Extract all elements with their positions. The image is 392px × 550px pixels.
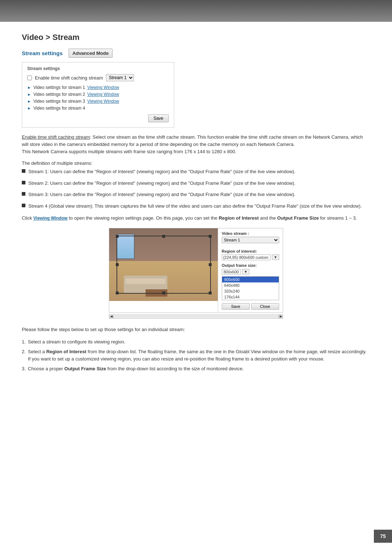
stream-bullet-2-text: Stream 2: Users can define the "Region o… <box>28 180 295 187</box>
output-option-176x144[interactable]: 176x144 <box>222 294 279 300</box>
top-bar <box>0 0 392 22</box>
steps-list: 1. Select a stream to configure its view… <box>22 338 370 372</box>
viewing-window-link-2[interactable]: Viewing Window <box>87 92 119 97</box>
stream-bullet-3-text: Stream 3: Users can define the "Region o… <box>28 191 295 198</box>
stream-bullet-2: Stream 2: Users can define the "Region o… <box>22 180 370 187</box>
arrow-icon-3: ► <box>27 99 31 103</box>
region-label: Region of interest: <box>222 249 279 253</box>
enable-link[interactable]: Enable time shift caching stream <box>22 134 90 140</box>
step-2: 2. Select a Region of Interest from the … <box>22 348 370 362</box>
handle-lm[interactable] <box>116 263 119 266</box>
definition-heading: The definition of multiple streams: <box>22 160 370 166</box>
stream-select[interactable]: Stream 1 Stream 2 Stream 3 Stream 4 <box>106 74 134 81</box>
bullet-icon-4 <box>22 204 25 207</box>
click-bold-2: Output Frame Size <box>277 215 319 221</box>
bullet-icon-3 <box>22 192 25 196</box>
region-value: (224,95) 800x600 custom <box>222 254 270 260</box>
click-para: Click Viewing Window to open the viewing… <box>22 215 370 222</box>
advanced-mode-button[interactable]: Advanced Mode <box>69 49 113 58</box>
stream-bullet-list: Stream 1: Users can define the "Region o… <box>22 168 370 209</box>
bullet-icon-2 <box>22 181 25 184</box>
step-1: 1. Select a stream to configure its view… <box>22 338 370 346</box>
scroll-track <box>114 315 278 318</box>
step-2-num: 2. <box>22 348 26 362</box>
side-close-button[interactable]: Close <box>251 303 279 310</box>
step-1-text: Select a stream to configure its viewing… <box>28 338 126 346</box>
video-stream-select[interactable]: Stream 1 Stream 2 Stream 3 <box>222 237 279 243</box>
click-viewing-window-link[interactable]: Viewing Window <box>33 216 68 221</box>
enable-label: Enable time shift caching stream <box>35 75 103 81</box>
step-3-text: Choose a proper Output Frame Size from t… <box>28 365 244 372</box>
stream-row-2: ► Video settings for stream 2 Viewing Wi… <box>27 92 169 97</box>
arrow-icon-4: ► <box>27 106 31 110</box>
output-dropdown-row: 800x600 ▼ <box>222 269 279 275</box>
stream-row-4: ► Video settings for stream 4 <box>27 106 169 111</box>
region-dropdown-arrow[interactable]: ▼ <box>272 254 279 260</box>
handle-bl[interactable] <box>116 292 119 294</box>
step-3-num: 3. <box>22 365 26 372</box>
arrow-icon-1: ► <box>27 85 31 90</box>
handle-bm[interactable] <box>162 292 165 294</box>
output-option-320x240[interactable]: 320x240 <box>222 288 279 294</box>
page-title: Video > Stream <box>22 33 370 42</box>
side-save-button[interactable]: Save <box>222 303 250 310</box>
step-2-bold: Region of Interest <box>46 349 86 354</box>
save-btn-row: Save <box>27 114 169 122</box>
output-option-800x600[interactable]: 800x600 <box>222 277 279 282</box>
handle-tr[interactable] <box>209 235 212 238</box>
click-text-2: to open the viewing region settings page… <box>68 215 219 221</box>
output-label: Output frame size: <box>222 263 279 268</box>
content-area: Video > Stream Stream settings Advanced … <box>0 22 392 399</box>
page-number: 75 <box>374 530 392 543</box>
horizontal-scrollbar[interactable]: ◀ ▶ <box>109 314 283 319</box>
stream-bullet-3: Stream 3: Users can define the "Region o… <box>22 191 370 198</box>
video-stream-row: Stream 1 Stream 2 Stream 3 <box>222 237 279 246</box>
output-option-640x480[interactable]: 640x480 <box>222 282 279 288</box>
stream-row-3: ► Video settings for stream 3 Viewing Wi… <box>27 99 169 104</box>
settings-box-title: Stream settings <box>27 66 169 71</box>
side-btn-row: Save Close <box>222 303 279 310</box>
step-3-bold: Output Frame Size <box>64 366 106 371</box>
stream-row-1-label: Video settings for stream 1 <box>33 85 85 90</box>
handle-tl[interactable] <box>116 235 119 238</box>
room-image <box>109 228 218 301</box>
step-3: 3. Choose a proper Output Frame Size fro… <box>22 365 370 372</box>
stream-bullet-4-text: Stream 4 (Global view stream): This stre… <box>28 203 362 210</box>
viewing-window-link-3[interactable]: Viewing Window <box>87 99 119 104</box>
region-dropdown-row: (224,95) 800x600 custom ▼ <box>222 254 279 260</box>
output-dropdown-arrow[interactable]: ▼ <box>242 269 249 274</box>
stream-bullet-1-text: Stream 1: Users can define the "Region o… <box>28 168 295 175</box>
bullet-icon-1 <box>22 169 25 173</box>
click-text-3: and the <box>259 215 277 221</box>
stream-bullet-4: Stream 4 (Global view stream): This stre… <box>22 203 370 210</box>
click-text-4: for streams 1 ~ 3. <box>319 215 357 221</box>
video-stream-label: Video stream : <box>222 231 279 236</box>
handle-br[interactable] <box>209 292 212 294</box>
selection-frame[interactable] <box>117 236 211 294</box>
stream-row-3-label: Video settings for stream 3 <box>33 99 85 104</box>
enable-checkbox[interactable] <box>27 76 32 80</box>
settings-box: Stream settings Enable time shift cachin… <box>22 62 174 128</box>
scroll-left-arrow[interactable]: ◀ <box>109 314 114 319</box>
step-1-num: 1. <box>22 338 26 346</box>
enable-row: Enable time shift caching stream Stream … <box>27 74 169 81</box>
handle-rm[interactable] <box>209 263 212 266</box>
stream-row-1: ► Video settings for stream 1 Viewing Wi… <box>27 85 169 90</box>
stream-row-4-label: Video settings for stream 4 <box>33 106 85 111</box>
click-bold-1: Region of Interest <box>219 215 259 221</box>
stream-settings-header: Stream settings Advanced Mode <box>22 49 370 58</box>
step-2-text: Select a Region of Interest from the dro… <box>28 348 370 362</box>
handle-tm[interactable] <box>162 235 165 238</box>
viewing-window-link-1[interactable]: Viewing Window <box>87 85 119 90</box>
stream-row-2-label: Video settings for stream 2 <box>33 92 85 97</box>
steps-intro: Please follow the steps below to set up … <box>22 326 370 333</box>
side-panel: Video stream : Stream 1 Stream 2 Stream … <box>218 228 283 313</box>
output-select-display: 800x600 <box>222 269 241 275</box>
description-block-1: Enable time shift caching stream: Select… <box>22 134 370 155</box>
output-options: 800x600 640x480 320x240 176x144 <box>222 276 279 300</box>
save-button[interactable]: Save <box>148 114 169 122</box>
scroll-right-arrow[interactable]: ▶ <box>278 314 283 319</box>
viewing-window-container: Video stream : Stream 1 Stream 2 Stream … <box>109 228 283 313</box>
click-text-1: Click <box>22 215 33 221</box>
stream-bullet-1: Stream 1: Users can define the "Region o… <box>22 168 370 175</box>
